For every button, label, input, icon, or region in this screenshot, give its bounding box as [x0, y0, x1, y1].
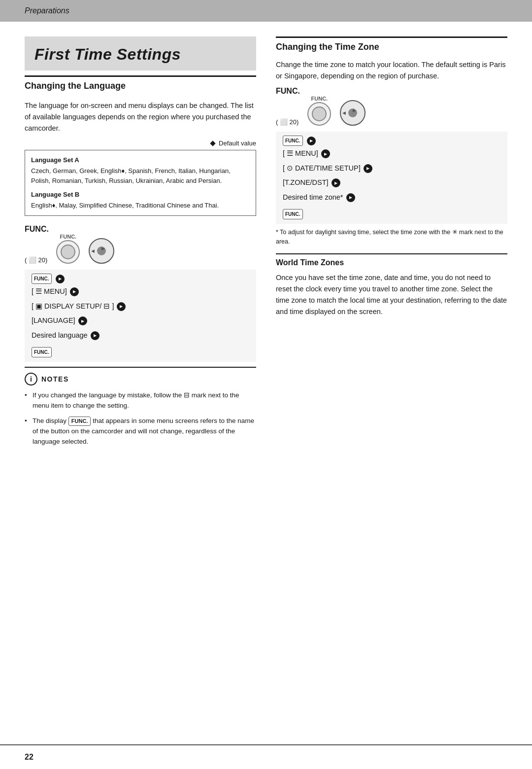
right-column: Changing the Time Zone Change the time z…: [276, 36, 507, 725]
default-value-label: Default value: [219, 140, 256, 147]
func-area-right: FUNC. ( ⬜ 20) FUNC.: [276, 87, 507, 126]
func-badge-note: FUNC.: [68, 417, 91, 426]
top-bar: Preparations: [0, 0, 532, 22]
note-item-2: The display FUNC. that appears in some m…: [25, 416, 256, 447]
step-arrow-r2: [321, 149, 330, 158]
func-area-left: FUNC. ( ⬜ 20) FUNC.: [25, 225, 256, 264]
language-box: Language Set A Czech, German, Greek, Eng…: [25, 150, 256, 216]
func-circle-inner: [61, 245, 75, 259]
menu-step4-left: Desired language: [32, 329, 88, 343]
step-arrow-1: [56, 275, 65, 283]
func-small-label-right: FUNC.: [311, 96, 328, 102]
menu-step3-left: [LANGUAGE]: [32, 314, 75, 328]
changing-language-body: The language for on-screen and menu disp…: [25, 100, 256, 135]
joystick-right[interactable]: [340, 100, 366, 126]
page-number: 22: [25, 753, 33, 762]
step-arrow-4: [78, 316, 87, 325]
step-arrow-r3: [364, 164, 372, 173]
func-step-close-left: FUNC.: [32, 347, 52, 357]
page-wrapper: Preparations First Time Settings Changin…: [0, 0, 532, 769]
changing-timezone-body: Change the time zone to match your locat…: [276, 59, 507, 82]
world-time-zones-heading: World Time Zones: [276, 253, 507, 267]
lang-set-a-title: Language Set A: [31, 155, 250, 165]
step-arrow-2: [70, 287, 79, 296]
lang-set-b-text: English♦, Malay, Simplified Chinese, Tra…: [31, 201, 250, 210]
lang-set-a-text: Czech, German, Greek, English♦, Spanish,…: [31, 166, 250, 186]
notes-icon: i: [25, 373, 37, 385]
menu-steps-right: FUNC. [ ☰ MENU] [ ⊙ DATE/TIME SETUP] [T.…: [276, 132, 507, 224]
default-value-note: Default value: [25, 140, 256, 147]
step-arrow-3: [117, 302, 126, 311]
func-circle-button-right[interactable]: [307, 102, 331, 126]
notes-title: NOTES: [41, 375, 69, 383]
func-label-left: FUNC.: [25, 225, 256, 234]
joystick-left[interactable]: [89, 238, 114, 264]
step-arrow-r4: [332, 178, 340, 187]
func-controls-row-left: ( ⬜ 20) FUNC.: [25, 234, 256, 264]
main-content: First Time Settings Changing the Languag…: [0, 22, 532, 744]
notes-header: i NOTES: [25, 373, 256, 385]
bottom-bar: 22: [0, 744, 532, 769]
changing-timezone-title: Changing the Time Zone: [276, 42, 507, 52]
func-step-badge-1: FUNC.: [32, 274, 52, 284]
menu-step2-left: [ ▣ DISPLAY SETUP/ ⊟ ]: [32, 300, 114, 314]
func-paren-text: ( ⬜ 20): [25, 256, 47, 264]
func-label-right: FUNC.: [276, 87, 507, 96]
world-time-zones-body: Once you have set the time zone, date an…: [276, 272, 507, 318]
top-bar-title: Preparations: [25, 6, 69, 15]
changing-language-title: Changing the Language: [25, 81, 256, 91]
changing-language-heading: Changing the Language: [25, 75, 256, 91]
menu-steps-left: FUNC. [ ☰ MENU] [ ▣ DISPLAY SETUP/ ⊟ ] […: [25, 270, 256, 362]
note-item-1: If you changed the language by mistake, …: [25, 390, 256, 411]
func-controls-row-right: ( ⬜ 20) FUNC.: [276, 96, 507, 126]
func-step-badge-r1: FUNC.: [283, 136, 303, 146]
menu-step3-right: [T.ZONE/DST]: [283, 176, 329, 190]
changing-timezone-heading: Changing the Time Zone: [276, 36, 507, 52]
world-time-zones-title: World Time Zones: [276, 258, 507, 267]
func-circle-button[interactable]: [56, 240, 80, 264]
menu-step4-right: Desired time zone*: [283, 191, 343, 205]
step-arrow-5: [91, 331, 100, 340]
notes-section: i NOTES If you changed the language by m…: [25, 367, 256, 447]
func-step-close-right: FUNC.: [283, 209, 303, 219]
step-arrow-r1: [307, 137, 316, 145]
notes-list: If you changed the language by mistake, …: [25, 390, 256, 447]
func-circle-group: FUNC.: [56, 234, 80, 264]
func-small-label: FUNC.: [60, 234, 77, 240]
func-paren-left: ( ⬜ 20): [25, 255, 47, 264]
lang-set-b-title: Language Set B: [31, 190, 250, 200]
func-circle-inner-right: [312, 106, 327, 121]
menu-step1-left: [ ☰ MENU]: [32, 285, 67, 299]
diamond-icon: [210, 140, 216, 146]
title-box: First Time Settings: [25, 36, 256, 70]
joystick-center-right: [348, 108, 357, 117]
step-arrow-r5: [346, 193, 355, 202]
left-column: First Time Settings Changing the Languag…: [25, 36, 256, 725]
joystick-center: [97, 246, 106, 255]
func-paren-text-right: ( ⬜ 20): [276, 118, 299, 126]
main-title: First Time Settings: [34, 45, 246, 64]
func-circle-group-right: FUNC.: [307, 96, 331, 126]
menu-step2-right: [ ⊙ DATE/TIME SETUP]: [283, 162, 361, 175]
menu-step1-right: [ ☰ MENU]: [283, 147, 318, 161]
footnote-right: * To adjust for daylight saving time, se…: [276, 228, 507, 246]
func-paren-right: ( ⬜ 20): [276, 117, 299, 126]
